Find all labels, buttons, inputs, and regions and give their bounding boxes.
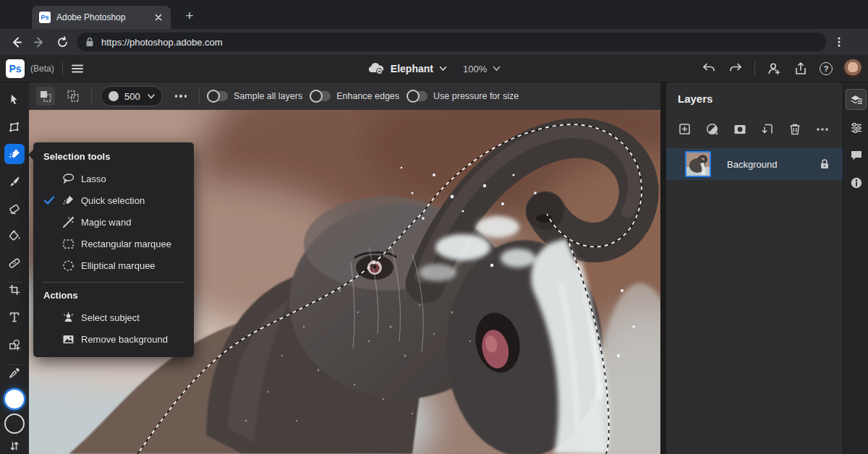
lock-icon xyxy=(85,37,94,47)
menu-item-label: Quick selection xyxy=(81,195,145,206)
new-tab-button[interactable]: + xyxy=(179,6,200,26)
background-color-well[interactable] xyxy=(4,414,25,434)
flyout-title: Selection tools xyxy=(33,150,194,168)
toggle-label: Enhance edges xyxy=(336,91,399,101)
toggle-label: Sample all layers xyxy=(234,91,302,101)
menu-item-rectangular-marquee[interactable]: Rectangular marquee xyxy=(33,233,194,254)
menu-item-label: Rectangular marquee xyxy=(81,239,171,249)
layer-row-background[interactable]: Background xyxy=(666,148,843,180)
address-bar[interactable]: https://photoshop.adobe.com xyxy=(77,33,826,51)
add-layer-icon[interactable] xyxy=(676,121,694,138)
tab-title: Adobe Photoshop xyxy=(56,12,153,22)
cloud-synced-icon xyxy=(367,62,385,75)
zoom-level[interactable]: 100% xyxy=(463,64,487,74)
lock-icon[interactable] xyxy=(819,158,830,170)
edit-adjustments-icon[interactable] xyxy=(846,117,867,138)
invite-people-icon[interactable] xyxy=(766,61,782,77)
back-icon[interactable] xyxy=(7,33,25,51)
lasso-icon xyxy=(61,171,75,186)
url-text: https://photoshop.adobe.com xyxy=(101,37,223,48)
more-layer-options-icon[interactable] xyxy=(814,121,831,138)
remove-background-icon xyxy=(61,332,75,346)
clipping-mask-icon[interactable] xyxy=(759,121,776,138)
layer-mask-icon[interactable] xyxy=(731,121,749,138)
avatar[interactable] xyxy=(843,59,862,78)
quick-selection-icon xyxy=(61,193,75,207)
shapes-tool[interactable] xyxy=(4,335,25,355)
document-name[interactable]: Elephant xyxy=(391,63,433,74)
browser-toolbar: https://photoshop.adobe.com xyxy=(0,29,868,55)
divider xyxy=(91,89,92,103)
main-menu-icon[interactable] xyxy=(71,62,84,75)
divider xyxy=(199,89,200,103)
share-icon[interactable] xyxy=(793,61,809,77)
redo-icon[interactable] xyxy=(728,61,744,77)
menu-item-magic-wand[interactable]: Magic wand xyxy=(33,211,194,233)
magic-wand-icon xyxy=(61,215,75,229)
forward-icon[interactable] xyxy=(30,33,48,51)
panel-strip xyxy=(843,82,868,454)
info-panel-icon[interactable] xyxy=(846,172,867,193)
selection-add-mode-icon[interactable] xyxy=(36,87,55,106)
enhance-edges-toggle[interactable] xyxy=(311,91,331,101)
browser-tab[interactable]: Ps Adobe Photoshop xyxy=(32,6,171,29)
chevron-down-icon[interactable] xyxy=(439,66,447,72)
menu-item-label: Remove background xyxy=(81,334,168,345)
move-tool[interactable] xyxy=(4,90,25,110)
eyedropper-tool[interactable] xyxy=(4,363,25,383)
menu-item-select-subject[interactable]: Select subject xyxy=(33,307,194,328)
crop-tool[interactable] xyxy=(4,280,25,300)
elliptical-marquee-icon xyxy=(61,258,75,273)
menu-item-remove-background[interactable]: Remove background xyxy=(33,328,194,350)
layers-panel-icon[interactable] xyxy=(846,89,867,110)
toolbar xyxy=(0,82,29,454)
spot-healing-tool[interactable] xyxy=(4,253,25,273)
type-tool[interactable] xyxy=(4,307,25,327)
undo-icon[interactable] xyxy=(701,61,717,77)
adjustment-layer-icon[interactable] xyxy=(704,121,721,138)
quick-selection-tool[interactable] xyxy=(4,144,25,164)
more-options-icon[interactable] xyxy=(171,87,190,106)
reload-icon[interactable] xyxy=(54,33,71,51)
transform-tool[interactable] xyxy=(4,117,25,137)
menu-item-label: Lasso xyxy=(81,174,106,184)
selection-subtract-mode-icon[interactable] xyxy=(64,87,82,106)
divider xyxy=(754,61,755,76)
layer-thumbnail[interactable] xyxy=(685,151,711,177)
fill-tool[interactable] xyxy=(4,226,25,246)
swap-colors-icon[interactable] xyxy=(4,436,25,454)
rectangular-marquee-icon xyxy=(61,236,75,251)
comments-panel-icon[interactable] xyxy=(846,145,867,166)
browser-menu-icon[interactable] xyxy=(830,33,848,51)
sample-all-layers-toggle[interactable] xyxy=(208,91,228,101)
screen: Ps Adobe Photoshop + https://photoshop.a… xyxy=(0,0,868,454)
foreground-color-well[interactable] xyxy=(5,390,24,408)
brush-preview-icon xyxy=(109,91,119,101)
divider xyxy=(42,282,185,283)
selection-tools-flyout: Selection tools Lasso Quick selection Ma… xyxy=(33,142,194,357)
menu-item-lasso[interactable]: Lasso xyxy=(33,168,194,189)
photoshop-logo: Ps xyxy=(6,59,25,78)
beta-label: (Beta) xyxy=(30,55,54,82)
tool-options-bar: 500 Sample all layers Enhance edges Use … xyxy=(29,82,660,110)
help-icon[interactable]: ? xyxy=(820,62,833,75)
menu-item-label: Elliptical marquee xyxy=(81,260,156,271)
menu-item-label: Select subject xyxy=(81,312,140,323)
menu-item-elliptical-marquee[interactable]: Elliptical marquee xyxy=(33,254,194,276)
browser-tabstrip: Ps Adobe Photoshop + xyxy=(0,0,868,29)
actions-title: Actions xyxy=(33,288,194,307)
eraser-tool[interactable] xyxy=(4,199,25,219)
photoshop-favicon: Ps xyxy=(39,12,51,23)
menu-item-quick-selection[interactable]: Quick selection xyxy=(33,189,194,211)
check-icon xyxy=(43,194,55,206)
layers-panel-title: Layers xyxy=(678,93,712,105)
tab-close-icon[interactable] xyxy=(153,12,163,22)
brush-size-dropdown[interactable]: 500 xyxy=(101,86,163,106)
toggle-label: Use pressure for size xyxy=(433,91,519,101)
menu-item-label: Magic wand xyxy=(81,217,131,228)
chevron-down-icon[interactable] xyxy=(493,66,501,72)
use-pressure-toggle[interactable] xyxy=(408,91,427,101)
layers-panel: Layers Background xyxy=(665,82,843,454)
delete-layer-icon[interactable] xyxy=(786,121,804,138)
brush-tool[interactable] xyxy=(4,171,25,192)
